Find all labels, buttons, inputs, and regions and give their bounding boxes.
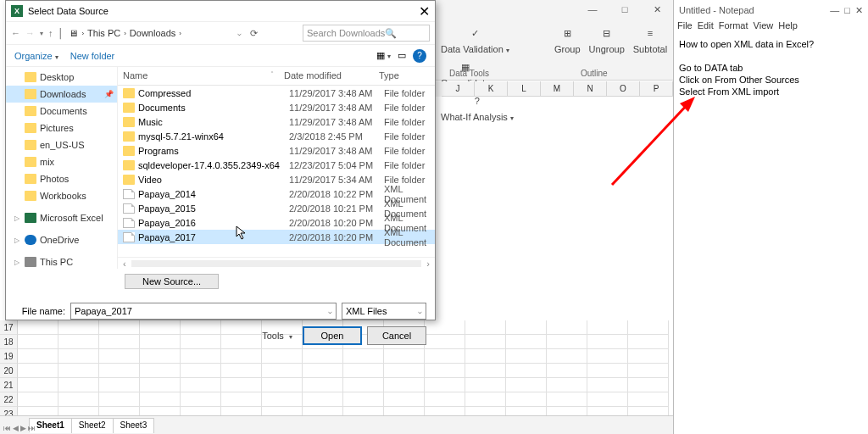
ribbon-cmd-subtotal[interactable]: ≡Subtotal	[633, 24, 667, 54]
cell[interactable]	[343, 378, 384, 392]
cell[interactable]	[465, 378, 506, 392]
cell[interactable]	[628, 349, 669, 364]
maximize-button[interactable]: □	[612, 2, 637, 17]
maximize-button[interactable]: □	[844, 5, 850, 16]
close-button[interactable]: ✕	[855, 5, 863, 16]
cell[interactable]	[18, 392, 58, 407]
cell[interactable]	[303, 392, 343, 407]
nav-item[interactable]: mix	[6, 153, 117, 170]
cell[interactable]	[262, 378, 303, 392]
up-button[interactable]: ↑	[48, 28, 53, 38]
new-source-button[interactable]: New Source...	[125, 274, 219, 289]
pin-icon[interactable]: 📌	[104, 90, 114, 98]
file-list[interactable]: Compressed11/29/2017 3:48 AMFile folderD…	[118, 86, 435, 257]
cell[interactable]	[547, 349, 587, 364]
breadcrumb-dropdown[interactable]: ⌵	[237, 30, 242, 37]
nav-item[interactable]: en_US-US	[6, 136, 117, 153]
cell[interactable]	[58, 378, 99, 392]
cell[interactable]	[140, 392, 181, 407]
column-header-date[interactable]: Date modified	[279, 67, 374, 85]
navigation-pane[interactable]: DesktopDownloads📌DocumentsPicturesen_US-…	[6, 67, 118, 269]
cell[interactable]	[587, 392, 628, 407]
column-header[interactable]: K	[475, 81, 508, 97]
file-row[interactable]: mysql-5.7.21-winx642/3/2018 2:45 PMFile …	[118, 129, 435, 143]
view-options-button[interactable]: ▦ ▾	[376, 50, 391, 61]
cell[interactable]	[140, 364, 181, 378]
file-row[interactable]: Papaya_20172/20/2018 10:20 PMXML Documen…	[118, 230, 435, 244]
horizontal-scrollbar[interactable]: ‹›	[118, 257, 435, 269]
refresh-button[interactable]: ⟳	[250, 28, 258, 39]
new-folder-button[interactable]: New folder	[70, 51, 115, 61]
cell[interactable]	[58, 392, 99, 407]
cell[interactable]	[506, 320, 547, 335]
breadcrumb-item[interactable]: This PC	[87, 28, 120, 38]
column-header[interactable]: L	[508, 81, 541, 97]
cell[interactable]	[506, 378, 547, 392]
close-button[interactable]: ✕	[419, 3, 430, 19]
cell[interactable]	[506, 349, 547, 364]
row-header[interactable]: 20	[0, 364, 18, 378]
cell[interactable]	[384, 364, 425, 378]
file-type-filter[interactable]: XML Files ⌵	[342, 303, 426, 320]
cell[interactable]	[506, 364, 547, 378]
minimize-button[interactable]: —	[580, 2, 605, 17]
column-header-type[interactable]: Type	[374, 67, 435, 85]
cell[interactable]	[547, 335, 587, 349]
cell[interactable]	[587, 364, 628, 378]
minimize-button[interactable]: —	[830, 5, 839, 16]
menu-item[interactable]: Help	[778, 20, 798, 31]
cell[interactable]	[506, 392, 547, 407]
file-row[interactable]: Programs11/29/2017 3:48 AMFile folder	[118, 143, 435, 158]
cell[interactable]	[303, 364, 343, 378]
cell[interactable]	[262, 364, 303, 378]
cell[interactable]	[384, 378, 425, 392]
organize-menu[interactable]: Organize ▾	[14, 51, 58, 61]
sheet-tab[interactable]: Sheet2	[71, 418, 114, 433]
file-row[interactable]: Compressed11/29/2017 3:48 AMFile folder	[118, 86, 435, 100]
ribbon-cmd-ungroup[interactable]: ⊟Ungroup	[589, 24, 625, 54]
cell[interactable]	[628, 364, 669, 378]
recent-dropdown[interactable]: ▾	[40, 30, 43, 37]
cell[interactable]	[425, 364, 465, 378]
notepad-menu[interactable]: FileEditFormatViewHelp	[674, 20, 868, 36]
nav-item[interactable]: ▷Microsoft Excel	[6, 209, 117, 226]
column-header[interactable]: O	[607, 81, 640, 97]
file-row[interactable]: Music11/29/2017 3:48 AMFile folder	[118, 114, 435, 129]
cell[interactable]	[384, 392, 425, 407]
cell[interactable]	[628, 335, 669, 349]
cancel-button[interactable]: Cancel	[367, 326, 426, 345]
nav-item[interactable]: ▷This PC	[6, 253, 117, 269]
cell[interactable]	[99, 378, 140, 392]
cell[interactable]	[465, 364, 506, 378]
sheet-tab[interactable]: Sheet3	[113, 418, 155, 433]
filter-dropdown-icon[interactable]: ⌵	[418, 308, 422, 315]
cell[interactable]	[343, 364, 384, 378]
sheet-nav-arrows[interactable]: ⏮◀▶⏭	[3, 424, 36, 432]
close-button[interactable]: ✕	[644, 2, 670, 17]
nav-item[interactable]: Downloads📌	[6, 86, 117, 103]
cell[interactable]	[547, 378, 587, 392]
file-row[interactable]: sqldeveloper-17.4.0.355.2349-x6412/23/20…	[118, 158, 435, 172]
notepad-text-area[interactable]: How to open XML data in Excel? Go to DAT…	[674, 36, 868, 102]
nav-item[interactable]: Desktop	[6, 69, 117, 86]
cell[interactable]	[628, 392, 669, 407]
cell[interactable]	[465, 320, 506, 335]
file-list-header[interactable]: Name ˄ Date modified Type	[118, 67, 435, 86]
nav-item[interactable]: Workbooks	[6, 187, 117, 204]
column-header[interactable]: N	[574, 81, 607, 97]
cell[interactable]	[99, 364, 140, 378]
cell[interactable]	[140, 378, 181, 392]
cell[interactable]	[58, 364, 99, 378]
cell[interactable]	[18, 378, 58, 392]
cell[interactable]	[465, 349, 506, 364]
menu-item[interactable]: File	[677, 20, 693, 31]
ribbon-cmd-group[interactable]: ⊞Group	[554, 24, 581, 54]
breadcrumb-item[interactable]: Downloads	[130, 28, 175, 38]
cell[interactable]	[221, 392, 262, 407]
cell[interactable]	[303, 378, 343, 392]
cell[interactable]	[465, 335, 506, 349]
nav-item[interactable]: Documents	[6, 103, 117, 120]
row-header[interactable]: 22	[0, 392, 18, 407]
cell[interactable]	[221, 378, 262, 392]
cell[interactable]	[18, 364, 58, 378]
